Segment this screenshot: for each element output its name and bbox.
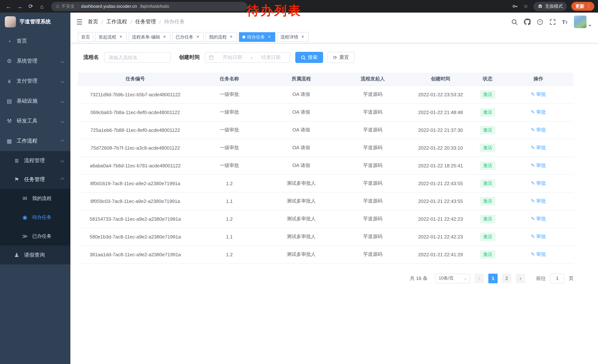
goto-page-input[interactable] (550, 274, 564, 283)
address-bar[interactable]: 不安全 dashboard.yudao.iocoder.cn /bpm/task… (51, 2, 248, 11)
sidebar-item-leave-query[interactable]: 请假查询 (0, 245, 70, 264)
approve-link[interactable]: 审批 (531, 198, 546, 204)
approve-link[interactable]: 审批 (531, 109, 546, 115)
process-cell: 测试多审批人 (266, 245, 336, 263)
bookmark-star-icon[interactable] (522, 3, 530, 9)
approve-link[interactable]: 审批 (531, 91, 546, 97)
approve-link[interactable]: 审批 (531, 216, 546, 221)
tab-close-icon[interactable] (229, 34, 234, 40)
process-cell: 测试多审批人 (266, 228, 336, 245)
sidebar-item-system-management[interactable]: 系统管理 (0, 51, 70, 71)
process-name-input[interactable] (104, 52, 171, 63)
next-page-button[interactable] (516, 274, 525, 283)
tab-close-icon[interactable] (195, 34, 200, 40)
chevron-down-icon (464, 277, 467, 280)
tab-todo-tasks[interactable]: 待办任务 (239, 32, 275, 42)
fullscreen-icon[interactable] (549, 19, 556, 25)
sidebar-item-workflow[interactable]: 工作流程 (0, 131, 70, 151)
process-cell: OA 请假 (266, 139, 336, 157)
app-logo: 芋道管理系统 (0, 13, 70, 31)
sidebar-item-home[interactable]: 首页 (0, 31, 70, 51)
tab-close-icon[interactable] (267, 34, 272, 40)
approve-link[interactable]: 审批 (531, 234, 546, 239)
tab-close-icon[interactable] (300, 34, 305, 40)
status-badge: 激活 (480, 90, 495, 99)
topbar-actions: ? TT (511, 16, 591, 28)
approve-link[interactable]: 审批 (531, 145, 546, 150)
page-button-2[interactable]: 2 (502, 274, 511, 283)
calendar-icon (208, 55, 214, 60)
edit-icon (531, 162, 536, 168)
sidebar-item-my-process[interactable]: 我的流程 (0, 189, 70, 208)
action-cell: 审批 (503, 245, 573, 263)
breadcrumb-item-workflow[interactable]: 工作流程 (106, 18, 127, 25)
approve-link[interactable]: 审批 (531, 251, 546, 257)
page-size-select[interactable]: 10条/页 (435, 274, 470, 283)
avatar[interactable] (574, 16, 587, 28)
tab-label: 待办任务 (247, 34, 265, 40)
browser-menu-icon[interactable] (587, 4, 591, 9)
eye-icon (22, 214, 28, 220)
task-name-cell: 一级审批 (193, 86, 266, 103)
tab-my-process[interactable]: 我的流程 (206, 32, 237, 42)
browser-reload-icon[interactable] (26, 1, 36, 11)
breadcrumb-item-home[interactable]: 首页 (88, 18, 98, 25)
sidebar-item-payment-management[interactable]: 支付管理 (0, 71, 70, 91)
task-name-cell: 1.2 (193, 174, 266, 192)
starter-cell: 芋道源码 (336, 245, 409, 263)
page-button-1[interactable]: 1 (488, 274, 498, 283)
chevron-up-icon (61, 139, 64, 143)
status-badge: 激活 (480, 215, 495, 223)
sidebar-item-infrastructure[interactable]: 基础设施 (0, 91, 70, 111)
search-icon[interactable] (511, 19, 517, 25)
approve-link[interactable]: 审批 (531, 127, 546, 133)
browser-back-icon[interactable] (4, 1, 13, 11)
chevron-down-icon (61, 59, 64, 63)
help-icon[interactable]: ? (537, 19, 543, 25)
end-date-placeholder[interactable]: 结束日期 (255, 54, 286, 61)
sidebar-item-label: 基础设施 (17, 98, 37, 105)
tab-close-icon[interactable] (118, 34, 123, 40)
approve-link[interactable]: 审批 (531, 162, 546, 168)
status-cell: 激活 (472, 103, 503, 121)
sidebar-item-process-management[interactable]: 流程管理 (0, 151, 70, 170)
tab-process-detail[interactable]: 流程详情 (277, 32, 309, 42)
reset-button[interactable]: 重置 (328, 52, 355, 63)
tab-start-process[interactable]: 发起流程 (95, 32, 127, 42)
prev-page-button[interactable] (475, 274, 484, 283)
search-button-icon (301, 55, 306, 60)
task-table: 任务编号 任务名称 所属流程 流程发起人 创建时间 状态 操作 73211d9d… (78, 73, 573, 263)
sidebar-toggle-button[interactable] (76, 18, 83, 26)
search-button[interactable]: 搜索 (295, 52, 323, 63)
sidebar-item-todo-tasks[interactable]: 待办任务 (0, 208, 70, 226)
sidebar-item-done-tasks[interactable]: 已办任务 (0, 226, 70, 245)
browser-home-icon[interactable] (37, 1, 47, 11)
security-warning: 不安全 (56, 3, 75, 9)
github-icon[interactable] (524, 18, 530, 25)
approve-link[interactable]: 审批 (531, 180, 546, 186)
starter-cell: 芋道源码 (336, 174, 409, 192)
font-size-icon[interactable]: TT (562, 19, 568, 25)
address-divider (78, 4, 78, 9)
table-row: 069c6a63-7b8a-11ec-8ef0-acde48001122一级审批… (78, 103, 573, 121)
user-menu[interactable] (574, 16, 591, 28)
browser-forward-icon[interactable] (15, 1, 25, 11)
browser-update-button[interactable]: 更新 (571, 2, 594, 11)
date-range-picker[interactable]: 开始日期 - 结束日期 (205, 52, 290, 63)
tab-close-icon[interactable] (162, 34, 167, 40)
password-key-icon[interactable] (512, 3, 520, 9)
starter-cell: 芋道源码 (336, 192, 409, 210)
tab-done-tasks[interactable]: 已办任务 (172, 32, 204, 42)
tab-label: 已办任务 (176, 34, 193, 40)
tab-home[interactable]: 首页 (78, 32, 93, 42)
start-date-placeholder[interactable]: 开始日期 (217, 54, 248, 61)
sidebar-item-task-management[interactable]: 任务管理 (0, 170, 70, 189)
status-badge: 激活 (480, 126, 495, 134)
edit-icon (531, 216, 536, 221)
tab-process-form-edit[interactable]: 流程表单-编辑 (129, 32, 170, 42)
sidebar-item-dev-tools[interactable]: 研发工具 (0, 111, 70, 131)
sidebar-item-label: 流程管理 (24, 157, 45, 164)
edit-icon (531, 198, 536, 204)
sidebar-item-label: 工作流程 (17, 138, 37, 145)
breadcrumb-item-task-management[interactable]: 任务管理 (135, 18, 156, 25)
